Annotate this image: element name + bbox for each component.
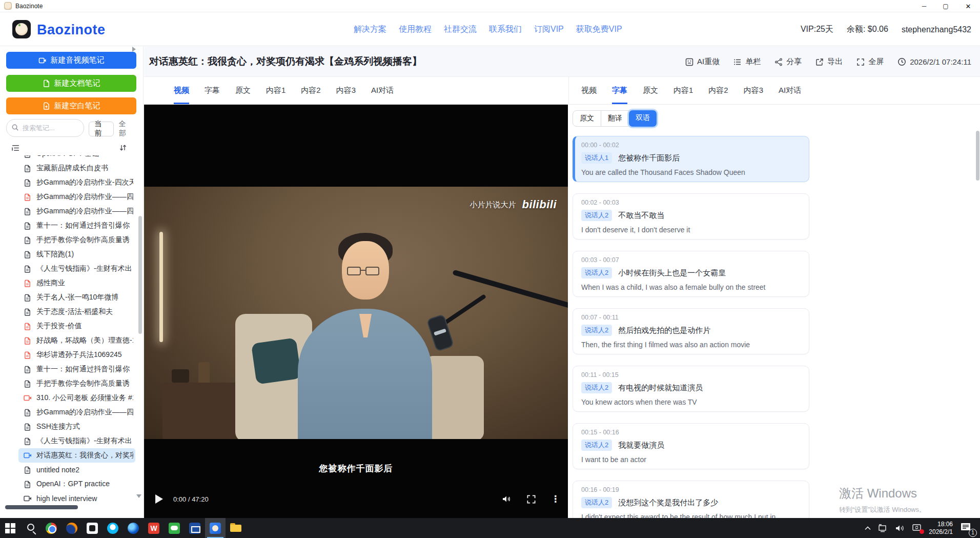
- sort-icon[interactable]: [119, 144, 127, 154]
- taskbar-firefox-icon[interactable]: [62, 518, 82, 538]
- subtitle-card[interactable]: 00:07 - 00:11说话人2然后拍戏先拍的也是动作片Then, the f…: [573, 308, 809, 354]
- tab-内容1[interactable]: 内容1: [266, 77, 285, 104]
- brand-logo[interactable]: [12, 20, 31, 38]
- tab-内容2[interactable]: 内容2: [708, 77, 728, 104]
- note-list-item[interactable]: 抄Gamma的冷启动作业——四: [18, 190, 135, 204]
- note-list-item[interactable]: 对话惠英红：我很贪心，对奖项: [18, 448, 135, 463]
- taskbar-wps-icon[interactable]: W: [144, 518, 164, 538]
- note-list-item[interactable]: OpenAI：GPT 基础: [18, 155, 135, 161]
- taskbar-wechat-icon[interactable]: [164, 518, 185, 538]
- play-button[interactable]: [155, 494, 163, 504]
- note-list-item[interactable]: 董十一：如何通过抖音引爆你: [18, 218, 135, 233]
- speaker-icon[interactable]: [895, 524, 905, 532]
- username[interactable]: stephenzhang5432: [902, 25, 971, 34]
- tab-内容2[interactable]: 内容2: [301, 77, 320, 104]
- sync-tray-icon[interactable]: [912, 524, 922, 532]
- note-list-item[interactable]: 关于名人-张一鸣10年微博: [18, 290, 135, 305]
- note-list-item[interactable]: 手把手教你学会制作高质量诱: [18, 376, 135, 391]
- tab-AI对话[interactable]: AI对话: [779, 77, 801, 104]
- note-list-item[interactable]: 华杉讲透孙子兵法1069245: [18, 348, 135, 362]
- sidebar-scroll-right-arrow[interactable]: [132, 47, 136, 52]
- network-icon[interactable]: [878, 524, 888, 532]
- tab-原文[interactable]: 原文: [643, 77, 658, 104]
- subtitle-card[interactable]: 00:11 - 00:15说话人2有电视的时候就知道演员You knew act…: [573, 366, 809, 412]
- note-list-item[interactable]: 抄Gamma的冷启动作业——四: [18, 405, 135, 420]
- video-menu-button[interactable]: ⋮: [543, 487, 568, 511]
- taskbar-taobao-icon[interactable]: [82, 518, 103, 538]
- maximize-button[interactable]: ▢: [937, 0, 954, 12]
- ai-redo-button[interactable]: AI重做: [685, 57, 720, 67]
- note-list-item[interactable]: 抄Gamma的冷启动作业——四: [18, 204, 135, 218]
- taskbar-explorer-icon[interactable]: [226, 518, 246, 538]
- note-list-item[interactable]: OpenAI：GPT practice: [18, 477, 135, 491]
- taskbar-qq-icon[interactable]: [103, 518, 123, 538]
- taskbar-search-icon[interactable]: [21, 518, 41, 538]
- note-list-item[interactable]: 感性商业: [18, 276, 135, 290]
- nav-link-0[interactable]: 解决方案: [354, 24, 386, 35]
- note-list-item[interactable]: 宝藏新品牌成长白皮书: [18, 161, 135, 175]
- balance[interactable]: 余额: $0.06: [847, 24, 888, 35]
- tab-内容3[interactable]: 内容3: [744, 77, 763, 104]
- tab-AI对话[interactable]: AI对话: [371, 77, 394, 104]
- subtitle-card[interactable]: 00:15 - 00:16说话人2我就要做演员I want to be an a…: [573, 423, 809, 469]
- nav-link-1[interactable]: 使用教程: [399, 24, 432, 35]
- taskbar-start-icon[interactable]: [0, 518, 21, 538]
- note-list-item[interactable]: 关于态度-活法-稻盛和夫: [18, 305, 135, 319]
- nav-link-3[interactable]: 联系我们: [489, 24, 522, 35]
- vip-days[interactable]: VIP:25天: [801, 24, 833, 35]
- tab-内容1[interactable]: 内容1: [673, 77, 693, 104]
- note-list-item[interactable]: 好战略，坏战略（美）理查德-1: [18, 333, 135, 348]
- video-fullscreen-button[interactable]: [519, 487, 543, 511]
- taskbar-edge-icon[interactable]: [123, 518, 144, 538]
- nav-link-4[interactable]: 订阅VIP: [534, 24, 564, 35]
- video-player[interactable]: 小片片说大片 bilibili 您被称作千面影后 0:00 / 47:20 ⋮: [144, 105, 568, 518]
- action-center-button[interactable]: 1: [959, 522, 975, 535]
- mode-双语[interactable]: 双语: [629, 110, 657, 127]
- sidebar-hscrollbar[interactable]: [0, 505, 137, 510]
- filter-all[interactable]: 全部: [114, 122, 137, 136]
- tab-字幕[interactable]: 字幕: [612, 77, 627, 104]
- note-list-item[interactable]: 《人生亏钱指南》-生财有术出: [18, 434, 135, 448]
- subtitle-card[interactable]: 00:02 - 00:03说话人2不敢当不敢当I don't deserve i…: [573, 193, 809, 240]
- subtitle-card[interactable]: 00:00 - 00:02说话人1您被称作千面影后You are called …: [573, 136, 809, 182]
- share-button[interactable]: 分享: [774, 57, 802, 67]
- note-list-item[interactable]: SSH连接方式: [18, 420, 135, 434]
- note-list-item[interactable]: 310. 小公司老板 必须懂业务 #1: [18, 391, 135, 405]
- minimize-button[interactable]: ─: [915, 0, 933, 12]
- note-list-item[interactable]: 董十一：如何通过抖音引爆你: [18, 362, 135, 376]
- tab-视频[interactable]: 视频: [581, 77, 597, 104]
- video-frame[interactable]: 小片片说大片 bilibili: [144, 187, 568, 439]
- note-list-item[interactable]: 《人生亏钱指南》-生财有术出: [18, 262, 135, 276]
- subtitle-panel-scrollbar[interactable]: [976, 131, 979, 181]
- tab-视频[interactable]: 视频: [174, 77, 189, 104]
- subtitle-card[interactable]: 00:03 - 00:07说话人2小时候在街头上也是一个女霸皇When I wa…: [573, 251, 809, 297]
- taskbar-clock[interactable]: 18:06 2026/2/1: [929, 521, 953, 536]
- note-list-item[interactable]: untitled note2: [18, 463, 135, 477]
- taskbar-baozinote-icon[interactable]: [205, 518, 226, 538]
- sidebar-vscrollbar[interactable]: [138, 216, 142, 334]
- nav-link-2[interactable]: 社群交流: [444, 24, 477, 35]
- export-button[interactable]: 导出: [815, 57, 843, 67]
- taskbar-chrome-icon[interactable]: [41, 518, 62, 538]
- volume-button[interactable]: [494, 487, 519, 511]
- note-list-item[interactable]: 线下陪跑(1): [18, 247, 135, 262]
- mode-翻译[interactable]: 翻译: [601, 111, 629, 126]
- note-list-item[interactable]: 手把手教你学会制作高质量诱: [18, 233, 135, 247]
- note-list-item[interactable]: 抄Gamma的冷启动作业-四次天: [18, 175, 135, 190]
- mode-原文[interactable]: 原文: [573, 111, 601, 126]
- single-column-button[interactable]: 单栏: [733, 57, 761, 67]
- tab-内容3[interactable]: 内容3: [336, 77, 356, 104]
- new-blank-note-button[interactable]: 新建空白笔记: [6, 97, 136, 114]
- sidebar-scroll-down-arrow[interactable]: [136, 494, 141, 498]
- note-list-item[interactable]: 关于投资-价值: [18, 319, 135, 333]
- tray-chevron-up-icon[interactable]: [864, 526, 871, 531]
- taskbar-mail-icon[interactable]: [185, 518, 205, 538]
- tab-字幕[interactable]: 字幕: [205, 77, 220, 104]
- collapse-list-icon[interactable]: [11, 144, 20, 154]
- fullscreen-button[interactable]: 全屏: [856, 57, 884, 67]
- tab-原文[interactable]: 原文: [235, 77, 251, 104]
- new-doc-note-button[interactable]: 新建文档笔记: [6, 75, 136, 92]
- subtitle-card[interactable]: 00:16 - 00:19说话人2没想到这个奖是我付出了多少I didn't e…: [573, 481, 809, 518]
- nav-link-5[interactable]: 获取免费VIP: [576, 24, 622, 35]
- new-av-note-button[interactable]: 新建音视频笔记: [6, 52, 136, 69]
